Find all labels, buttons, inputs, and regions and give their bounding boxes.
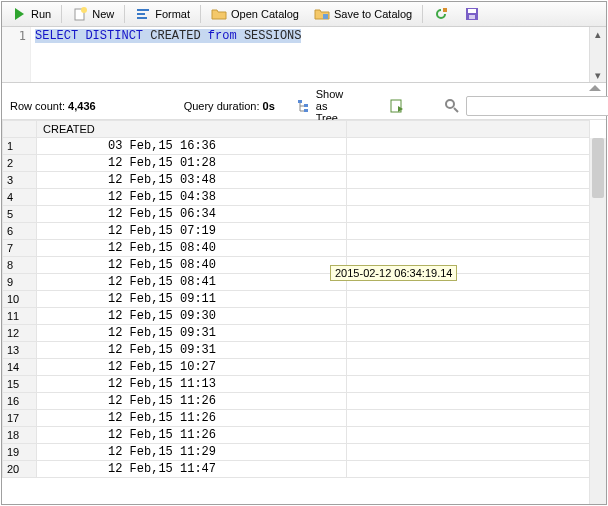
scroll-down-icon[interactable]: ▾ [591,68,605,82]
cell-empty [347,410,590,427]
export-button[interactable] [382,93,412,119]
table-row[interactable]: 2012 Feb,15 11:47 [3,461,590,478]
open-catalog-button[interactable]: Open Catalog [204,1,306,27]
table-row[interactable]: 612 Feb,15 07:19 [3,223,590,240]
editor-code[interactable]: SELECT DISTINCT CREATED from SESSIONS [31,27,606,82]
separator [124,5,125,23]
row-number: 5 [3,206,37,223]
new-label: New [92,8,114,20]
separator [61,5,62,23]
table-row[interactable]: 312 Feb,15 03:48 [3,172,590,189]
grid-scrollbar[interactable] [589,138,606,504]
row-number: 9 [3,274,37,291]
cell-empty [347,444,590,461]
table-row[interactable]: 1212 Feb,15 09:31 [3,325,590,342]
sql-editor[interactable]: 1 SELECT DISTINCT CREATED from SESSIONS … [2,27,606,83]
collapse-handle[interactable] [2,83,606,93]
row-number: 1 [3,138,37,155]
table-row[interactable]: 1112 Feb,15 09:30 [3,308,590,325]
editor-scrollbar[interactable]: ▴ ▾ [589,27,606,82]
table-row[interactable]: 1812 Feb,15 11:26 [3,427,590,444]
table-row[interactable]: 1412 Feb,15 10:27 [3,359,590,376]
cell-empty [347,223,590,240]
cell-empty [347,189,590,206]
scroll-up-icon[interactable]: ▴ [591,27,605,41]
table-row[interactable]: 412 Feb,15 04:38 [3,189,590,206]
cell-created[interactable]: 12 Feb,15 11:13 [37,376,347,393]
svg-line-17 [454,108,458,112]
open-catalog-label: Open Catalog [231,8,299,20]
table-row[interactable]: 812 Feb,15 08:40 [3,257,590,274]
save-button[interactable] [457,1,487,27]
table-header-row: CREATED [3,121,590,138]
sql-keyword: from [208,29,237,43]
save-catalog-label: Save to Catalog [334,8,412,20]
new-button[interactable]: New [65,1,121,27]
svg-rect-4 [137,13,145,15]
cell-created[interactable]: 12 Feb,15 07:19 [37,223,347,240]
table-row[interactable]: 1512 Feb,15 11:13 [3,376,590,393]
cell-empty [347,359,590,376]
table-row[interactable]: 1012 Feb,15 09:11 [3,291,590,308]
separator [200,5,201,23]
cell-created[interactable]: 12 Feb,15 09:30 [37,308,347,325]
sql-ident: SESSIONS [244,29,302,43]
search-icon [444,98,460,114]
cell-created[interactable]: 12 Feb,15 09:31 [37,342,347,359]
cell-created[interactable]: 12 Feb,15 08:40 [37,240,347,257]
cell-created[interactable]: 12 Feb,15 09:11 [37,291,347,308]
svg-rect-10 [469,15,475,19]
svg-marker-0 [15,8,24,20]
table-row[interactable]: 1912 Feb,15 11:29 [3,444,590,461]
cell-empty [347,291,590,308]
cell-created[interactable]: 12 Feb,15 06:34 [37,206,347,223]
cell-created[interactable]: 12 Feb,15 11:26 [37,393,347,410]
cell-created[interactable]: 12 Feb,15 10:27 [37,359,347,376]
search-input[interactable] [471,99,608,113]
disk-icon [464,6,480,22]
save-catalog-button[interactable]: Save to Catalog [307,1,419,27]
scrollbar-thumb[interactable] [592,138,604,198]
cell-created[interactable]: 12 Feb,15 04:38 [37,189,347,206]
toolbar: Run New Format Open Catalog Save to Cata… [2,2,606,27]
svg-rect-3 [137,9,149,11]
column-header-created[interactable]: CREATED [37,121,347,138]
table-row[interactable]: 512 Feb,15 06:34 [3,206,590,223]
results-grid[interactable]: CREATED 103 Feb,15 16:36212 Feb,15 01:28… [2,120,606,504]
export-icon [389,98,405,114]
table-row[interactable]: 1712 Feb,15 11:26 [3,410,590,427]
cell-created[interactable]: 12 Feb,15 11:47 [37,461,347,478]
table-row[interactable]: 712 Feb,15 08:40 [3,240,590,257]
cell-empty [347,342,590,359]
table-row[interactable]: 212 Feb,15 01:28 [3,155,590,172]
row-number: 7 [3,240,37,257]
run-button[interactable]: Run [4,1,58,27]
table-row[interactable]: 912 Feb,15 08:41 [3,274,590,291]
cell-created[interactable]: 03 Feb,15 16:36 [37,138,347,155]
cell-empty [347,240,590,257]
cell-created[interactable]: 12 Feb,15 11:29 [37,444,347,461]
cell-created[interactable]: 12 Feb,15 08:41 [37,274,347,291]
cell-created[interactable]: 12 Feb,15 08:40 [37,257,347,274]
row-number: 6 [3,223,37,240]
cell-created[interactable]: 12 Feb,15 01:28 [37,155,347,172]
show-as-tree-label: Show as Tree [316,88,344,124]
cell-created[interactable]: 12 Feb,15 11:26 [37,410,347,427]
row-number: 3 [3,172,37,189]
results-table[interactable]: CREATED 103 Feb,15 16:36212 Feb,15 01:28… [2,120,590,478]
corner-cell [3,121,37,138]
cell-created[interactable]: 12 Feb,15 11:26 [37,427,347,444]
table-row[interactable]: 103 Feb,15 16:36 [3,138,590,155]
row-number: 17 [3,410,37,427]
refresh-button[interactable] [426,1,456,27]
cell-created[interactable]: 12 Feb,15 03:48 [37,172,347,189]
svg-rect-12 [298,100,302,103]
search-box[interactable] [466,96,608,116]
table-row[interactable]: 1612 Feb,15 11:26 [3,393,590,410]
show-as-tree-button[interactable]: Show as Tree [289,93,351,119]
format-button[interactable]: Format [128,1,197,27]
cell-created[interactable]: 12 Feb,15 09:31 [37,325,347,342]
table-row[interactable]: 1312 Feb,15 09:31 [3,342,590,359]
svg-marker-11 [589,85,601,91]
cell-empty [347,427,590,444]
